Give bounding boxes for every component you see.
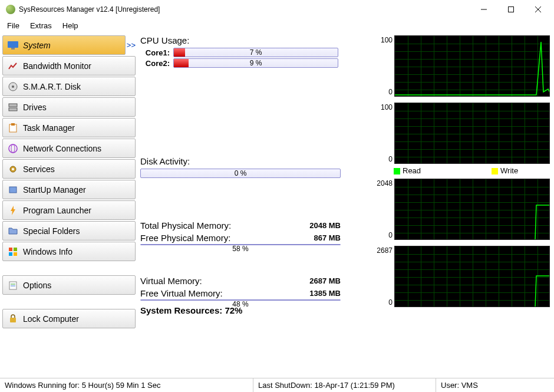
title-bar: SysResources Manager v12.4 [Unregistered… bbox=[0, 0, 554, 19]
system-resources-label: System Resources: 72% bbox=[140, 305, 370, 315]
cpu-usage-label: CPU Usage: bbox=[140, 35, 370, 45]
vmem-graph-ymin: 0 bbox=[388, 298, 393, 307]
maximize-button[interactable] bbox=[497, 1, 525, 18]
disk-activity-label: Disk Activity: bbox=[140, 156, 370, 166]
sidebar-item-label: Drives bbox=[23, 103, 47, 112]
app-icon bbox=[6, 5, 15, 14]
mem-graph-ymin: 0 bbox=[388, 231, 393, 239]
window-title: SysResources Manager v12.4 [Unregistered… bbox=[19, 5, 470, 14]
free-mem-value: 867 MB bbox=[314, 233, 341, 242]
svg-rect-5 bbox=[11, 48, 15, 50]
sidebar-item-label: System bbox=[23, 41, 51, 50]
svg-rect-19 bbox=[14, 248, 17, 251]
close-button[interactable] bbox=[525, 1, 552, 18]
svg-point-12 bbox=[9, 144, 17, 153]
sidebar-item-label: Windows Info bbox=[23, 247, 72, 256]
graphs-panel: 1000 1000 Read Write 20480 26870 bbox=[375, 35, 552, 376]
svg-rect-8 bbox=[9, 104, 17, 107]
selector-arrow-icon: >> bbox=[126, 35, 136, 55]
menu-help[interactable]: Help bbox=[62, 21, 78, 30]
svg-point-13 bbox=[11, 144, 15, 153]
svg-rect-25 bbox=[10, 318, 16, 322]
sidebar-item-label: S.M.A.R.T. Disk bbox=[23, 82, 81, 91]
sidebar-item-label: Options bbox=[23, 281, 51, 290]
monitor-icon bbox=[8, 40, 18, 51]
sidebar-item-launcher[interactable]: Program Launcher bbox=[2, 200, 136, 220]
vmem-graph-ymax: 2687 bbox=[377, 246, 393, 255]
sidebar-item-smart[interactable]: S.M.A.R.T. Disk bbox=[2, 77, 136, 96]
legend-read: Read bbox=[394, 166, 421, 175]
vmem-value: 2687 MB bbox=[309, 276, 341, 285]
clipboard-icon bbox=[8, 123, 18, 133]
sidebar-item-lock[interactable]: Lock Computer bbox=[2, 309, 136, 328]
svg-rect-9 bbox=[9, 108, 17, 111]
graph-icon bbox=[8, 61, 18, 71]
status-shutdown: Last ShutDown: 18-Apr-17 (1:21:59 PM) bbox=[253, 378, 436, 392]
svg-rect-20 bbox=[9, 252, 12, 256]
sidebar-item-options[interactable]: Options bbox=[2, 275, 136, 295]
vmem-graph bbox=[394, 246, 550, 307]
svg-rect-4 bbox=[8, 41, 18, 48]
cpu-graph-ymin: 0 bbox=[388, 88, 393, 96]
disk-progress: 0 % bbox=[140, 169, 341, 178]
free-vmem-label: Free Virtual Memory: bbox=[140, 288, 223, 298]
core1-label: Core1: bbox=[140, 48, 170, 57]
sidebar-item-label: Services bbox=[23, 164, 55, 174]
sidebar-item-label: Bandwidth Monitor bbox=[23, 61, 91, 71]
svg-rect-21 bbox=[14, 252, 17, 256]
sidebar-item-network[interactable]: Network Connections bbox=[2, 139, 136, 158]
status-uptime: Windows Running for: 5 Hour(s) 59 Min 1 … bbox=[0, 378, 253, 392]
sidebar-item-taskmgr[interactable]: Task Manager bbox=[2, 118, 136, 137]
disk-graph bbox=[394, 103, 550, 164]
sidebar-item-folders[interactable]: Special Folders bbox=[2, 221, 136, 241]
core2-progress: 9 % bbox=[173, 58, 338, 68]
folder-icon bbox=[8, 226, 18, 236]
menu-file[interactable]: File bbox=[7, 21, 19, 30]
vmem-progress: 48 % bbox=[140, 299, 341, 301]
mem-graph-ymax: 2048 bbox=[377, 179, 393, 187]
svg-point-15 bbox=[12, 168, 14, 170]
vmem-label: Virtual Memory: bbox=[140, 276, 202, 286]
sidebar-item-wininfo[interactable]: Windows Info bbox=[2, 242, 136, 261]
sidebar-item-bandwidth[interactable]: Bandwidth Monitor bbox=[2, 56, 136, 75]
status-bar: Windows Running for: 5 Hour(s) 59 Min 1 … bbox=[0, 378, 554, 392]
sidebar-item-services[interactable]: Services bbox=[2, 159, 136, 179]
lightning-icon bbox=[8, 205, 18, 216]
svg-point-7 bbox=[12, 85, 14, 88]
sidebar-item-label: Program Launcher bbox=[23, 206, 91, 215]
menu-extras[interactable]: Extras bbox=[30, 21, 52, 30]
cpu-graph bbox=[394, 35, 550, 97]
main-panel: CPU Usage: Core1: 7 % Core2: 9 % Disk Ac… bbox=[137, 35, 375, 376]
sidebar-item-label: Task Manager bbox=[23, 123, 75, 133]
status-user: User: VMS bbox=[436, 378, 554, 392]
sidebar-item-label: StartUp Manager bbox=[23, 185, 86, 195]
globe-icon bbox=[8, 143, 18, 154]
menu-bar: File Extras Help bbox=[0, 19, 554, 32]
mem-progress: 58 % bbox=[140, 244, 341, 245]
drives-icon bbox=[8, 102, 18, 113]
startup-icon bbox=[8, 185, 18, 195]
svg-marker-17 bbox=[11, 206, 15, 215]
sidebar: System >> Bandwidth Monitor S.M.A.R.T. D… bbox=[2, 35, 137, 376]
free-vmem-value: 1385 MB bbox=[309, 289, 341, 298]
disk-graph-ymax: 100 bbox=[381, 103, 393, 111]
core2-label: Core2: bbox=[140, 59, 170, 68]
sidebar-item-label: Lock Computer bbox=[23, 314, 79, 324]
minimize-button[interactable] bbox=[470, 1, 497, 18]
sidebar-item-label: Special Folders bbox=[23, 226, 80, 236]
svg-rect-18 bbox=[9, 248, 12, 251]
gear-icon bbox=[8, 164, 18, 174]
sidebar-item-drives[interactable]: Drives bbox=[2, 97, 136, 117]
disk-graph-ymin: 0 bbox=[388, 155, 393, 163]
disk-icon bbox=[8, 81, 18, 92]
legend-write: Write bbox=[492, 166, 518, 175]
cpu-graph-ymax: 100 bbox=[381, 36, 393, 44]
free-mem-label: Free Physical Memory: bbox=[140, 233, 230, 243]
windows-icon bbox=[8, 246, 18, 257]
sidebar-item-startup[interactable]: StartUp Manager bbox=[2, 180, 136, 199]
total-mem-label: Total Physical Memory: bbox=[140, 220, 231, 230]
svg-rect-1 bbox=[509, 7, 514, 12]
svg-rect-16 bbox=[9, 187, 17, 193]
sidebar-item-system[interactable]: System bbox=[2, 35, 126, 55]
total-mem-value: 2048 MB bbox=[309, 221, 341, 230]
